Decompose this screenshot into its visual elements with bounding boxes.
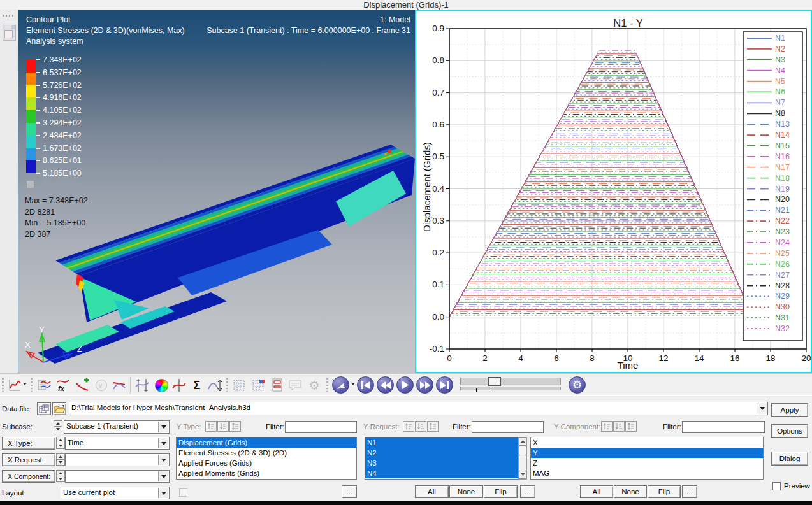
define-curves-icon[interactable] (36, 377, 52, 394)
page-cells-icon[interactable] (250, 377, 266, 394)
subcase-combo[interactable]: Subcase 1 (Transient) (64, 420, 170, 434)
list-item[interactable]: Z (531, 458, 763, 468)
y-component-all-button[interactable]: All (580, 485, 613, 498)
plot-legend-entry[interactable]: N15 (775, 141, 790, 150)
y-type-filter-input[interactable] (285, 421, 357, 433)
y-request-none-button[interactable]: None (449, 485, 483, 498)
y-request-list[interactable]: N1N2N3N4 (365, 437, 519, 480)
sort-toggle-icon[interactable] (625, 421, 637, 432)
sort-toggle-icon[interactable] (427, 421, 439, 432)
plot-window[interactable]: 02468101214161820-0.10.00.10.20.30.40.50… (415, 10, 812, 373)
go-to-end-button[interactable] (436, 376, 453, 394)
notes-icon[interactable] (269, 377, 286, 394)
list-item[interactable]: Displacement (Grids) (177, 437, 356, 448)
list-item[interactable]: Y (531, 448, 763, 458)
plot-legend-entry[interactable]: N14 (775, 131, 790, 139)
add-curves-icon[interactable] (74, 377, 91, 394)
animation-settings-button[interactable]: ⚙ (569, 376, 586, 394)
math-curves-icon[interactable]: fx (55, 377, 71, 394)
plot-legend-entry[interactable]: N29 (775, 292, 790, 301)
scroll-thumb[interactable] (519, 446, 526, 455)
plot-legend-entry[interactable]: N8 (775, 109, 785, 118)
y-type-more-button[interactable]: ... (342, 485, 357, 498)
x-component-spinner[interactable] (56, 470, 65, 483)
scroll-up-icon[interactable] (519, 437, 526, 446)
sort-desc-icon[interactable] (217, 421, 229, 432)
y-type-list[interactable]: Displacement (Grids)Element Stresses (2D… (176, 437, 357, 480)
x-request-button[interactable]: X Request: (2, 453, 55, 466)
contour-viewport[interactable]: Contour Plot Element Stresses (2D & 3D)(… (18, 10, 416, 374)
frame-slider-handle[interactable] (488, 377, 501, 386)
sum-icon[interactable]: Σ (189, 377, 205, 394)
simple-math-icon[interactable]: v (93, 377, 110, 394)
plot-legend-entry[interactable]: N7 (775, 98, 785, 107)
plot-legend-entry[interactable]: N27 (775, 271, 790, 280)
list-item[interactable]: N1 (365, 437, 518, 448)
plot-legend-entry[interactable]: N20 (775, 195, 790, 204)
plot-legend-entry[interactable]: N13 (775, 120, 790, 129)
x-component-button[interactable]: X Component: (2, 470, 55, 483)
plot-legend-entry[interactable]: N22 (775, 217, 790, 225)
open-file-icon[interactable] (52, 402, 66, 415)
coordinate-info-icon[interactable] (171, 377, 187, 394)
x-component-dropdown-icon[interactable] (158, 471, 168, 481)
list-item[interactable]: MAG (531, 468, 763, 478)
plot-legend-entry[interactable]: N30 (775, 302, 790, 311)
plot-legend-entry[interactable]: N4 (775, 66, 785, 75)
go-to-start-button[interactable] (357, 376, 374, 394)
layout-checkbox[interactable] (179, 488, 187, 497)
x-request-dropdown-icon[interactable] (158, 455, 168, 465)
x-request-combo[interactable] (65, 453, 170, 466)
plot-legend-entry[interactable]: N19 (775, 185, 790, 194)
animation-mode-dropdown-icon[interactable] (351, 383, 355, 385)
plot-legend-entry[interactable]: N26 (775, 260, 790, 269)
curve-attributes-icon[interactable] (207, 377, 223, 394)
subcase-spinner[interactable] (54, 420, 62, 433)
y-request-all-button[interactable]: All (415, 485, 449, 498)
animation-speed-slider[interactable] (460, 387, 561, 390)
dialog-button[interactable]: Dialog (771, 452, 808, 466)
apply-button[interactable]: Apply (771, 403, 808, 417)
rewind-button[interactable] (377, 376, 394, 394)
data-file-dropdown-icon[interactable] (757, 403, 767, 414)
y-component-filter-input[interactable] (682, 421, 765, 433)
build-plots-dropdown-icon[interactable] (23, 383, 27, 385)
axes-icon[interactable] (134, 377, 150, 394)
sort-desc-icon[interactable] (613, 421, 625, 432)
fast-forward-button[interactable] (416, 376, 433, 394)
x-request-spinner[interactable] (56, 453, 65, 466)
list-item[interactable]: Element Stresses (2D & 3D) (2D) (177, 448, 356, 458)
build-plots-icon[interactable] (6, 377, 23, 394)
scroll-down-icon[interactable] (519, 471, 526, 479)
play-button[interactable] (396, 376, 414, 394)
plot-legend-entry[interactable]: N3 (775, 55, 785, 64)
y-component-flip-button[interactable]: Flip (648, 485, 681, 498)
layout-dropdown-icon[interactable] (158, 488, 168, 498)
sort-toggle-icon[interactable] (229, 421, 241, 432)
plot-legend-entry[interactable]: N23 (775, 227, 790, 236)
y-component-more-button[interactable]: ... (682, 485, 697, 498)
plot-legend-entry[interactable]: N2 (775, 45, 785, 53)
file-set-icon[interactable] (37, 402, 51, 415)
color-palette-icon[interactable] (153, 377, 170, 394)
data-file-combo[interactable]: D:\Trial Models for Hyper Mesh\Transient… (69, 402, 768, 415)
plot-legend-entry[interactable]: N6 (775, 87, 785, 96)
sort-desc-icon[interactable] (415, 421, 426, 432)
list-item[interactable]: N4 (365, 468, 518, 478)
x-type-combo[interactable]: Time (65, 437, 170, 450)
plot-legend-entry[interactable]: N21 (775, 206, 790, 215)
list-item[interactable]: N2 (365, 448, 518, 458)
speed-slider-handle[interactable] (476, 388, 491, 392)
sort-asc-icon[interactable] (403, 421, 414, 432)
settings-icon[interactable]: ⚙ (306, 377, 323, 394)
x-type-spinner[interactable] (56, 437, 65, 450)
list-item[interactable]: N3 (365, 458, 518, 468)
subcase-dropdown-icon[interactable] (158, 422, 168, 432)
plot-legend-entry[interactable]: N31 (775, 313, 790, 322)
y-request-filter-input[interactable] (472, 421, 544, 433)
list-item[interactable]: Applied Moments (Grids) (177, 468, 356, 478)
plot-legend-entry[interactable]: N28 (775, 281, 790, 290)
animation-frame-slider[interactable] (460, 378, 561, 385)
panel-drag-handle[interactable] (3, 15, 15, 17)
sort-asc-icon[interactable] (205, 421, 217, 432)
